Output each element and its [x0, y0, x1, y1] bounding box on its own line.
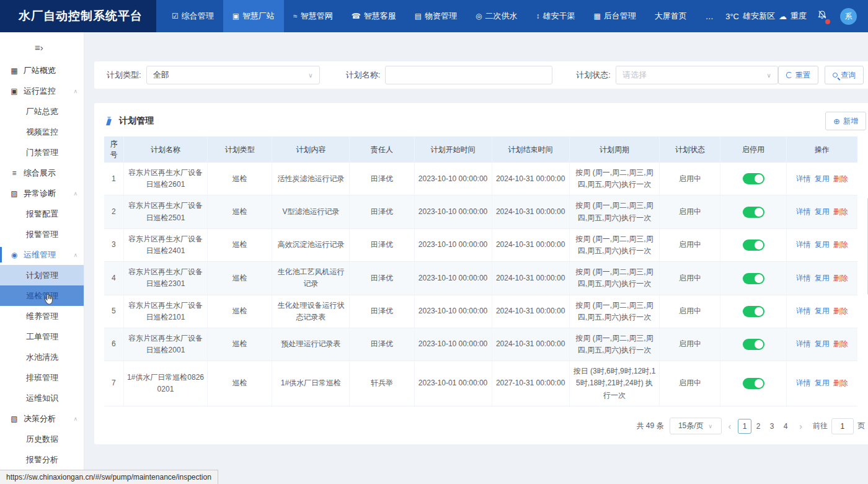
copy-link[interactable]: 复用: [815, 174, 830, 183]
plan-type-select[interactable]: 全部 ∨: [146, 66, 320, 84]
delete-link[interactable]: 删除: [833, 379, 848, 387]
next-page-button[interactable]: ›: [798, 421, 804, 431]
nav-item-label: 雄安干渠: [542, 11, 575, 22]
chevron-up-icon: ∧: [73, 416, 78, 422]
plan-status-select[interactable]: 请选择 ∨: [616, 66, 778, 84]
enable-toggle[interactable]: [743, 339, 764, 350]
sidebar-item-异常诊断[interactable]: ▨异常诊断∧: [0, 183, 84, 204]
sidebar-item-决策分析[interactable]: ▧决策分析∧: [0, 408, 84, 429]
copy-link[interactable]: 复用: [815, 339, 830, 348]
enable-cell: [720, 361, 786, 406]
enable-toggle[interactable]: [743, 378, 764, 389]
detail-link[interactable]: 详情: [796, 274, 811, 282]
page-number-2[interactable]: 2: [751, 419, 765, 434]
filter-buttons: 重置 查询: [778, 66, 864, 84]
main-menu: ☑综合管理▣智慧厂站≈智慧管网☎智慧客服▤物资管理◎二次供水↕雄安干渠▦后台管理…: [162, 0, 723, 32]
page-size-select[interactable]: 15条/页 ∨: [670, 418, 722, 434]
page-number-3[interactable]: 3: [765, 419, 779, 434]
sidebar-item-排班管理[interactable]: 排班管理: [0, 367, 84, 388]
enable-toggle[interactable]: [743, 207, 764, 218]
nav-item-物资管理[interactable]: ▤物资管理: [405, 0, 466, 32]
sidebar-item-门禁管理[interactable]: 门禁管理: [0, 142, 84, 163]
user-avatar[interactable]: 系: [840, 8, 857, 25]
enable-toggle[interactable]: [743, 173, 764, 184]
sidebar-item-label: 运维知识: [26, 393, 58, 404]
sidebar-item-视频监控[interactable]: 视频监控: [0, 122, 84, 142]
sidebar-item-报警分析[interactable]: 报警分析: [0, 449, 84, 470]
sidebar-item-综合展示[interactable]: ≡综合展示: [0, 163, 84, 183]
actions-cell: 详情复用删除: [786, 195, 857, 228]
detail-link[interactable]: 详情: [796, 379, 811, 387]
nav-item-综合管理[interactable]: ☑综合管理: [162, 0, 223, 32]
copy-link[interactable]: 复用: [815, 307, 830, 315]
start-time: 2023-10-10 00:00:00: [414, 262, 492, 295]
enable-cell: [720, 262, 786, 295]
copy-link[interactable]: 复用: [815, 379, 830, 387]
smart-plant-icon: ▣: [232, 12, 239, 20]
delete-link[interactable]: 删除: [833, 207, 848, 216]
nav-item-大屏首页[interactable]: 大屏首页: [645, 0, 696, 32]
plan-status: 启用中: [660, 228, 720, 261]
detail-link[interactable]: 详情: [796, 207, 811, 216]
sidebar-item-巡检管理[interactable]: 巡检管理: [0, 285, 84, 306]
delete-link[interactable]: 删除: [833, 339, 848, 348]
nav-item-…[interactable]: …: [696, 0, 723, 32]
copy-link[interactable]: 复用: [815, 240, 830, 249]
delete-link[interactable]: 删除: [833, 307, 848, 315]
detail-link[interactable]: 详情: [796, 240, 811, 249]
column-header-责任人: 责任人: [350, 137, 414, 163]
add-button[interactable]: ⊕ 新增: [825, 112, 866, 130]
nav-item-智慧客服[interactable]: ☎智慧客服: [342, 0, 405, 32]
nav-item-二次供水[interactable]: ◎二次供水: [466, 0, 526, 32]
copy-link[interactable]: 复用: [815, 274, 830, 282]
sidebar-item-运维知识[interactable]: 运维知识: [0, 388, 84, 408]
smart-pipeline-icon: ≈: [293, 12, 298, 20]
detail-link[interactable]: 详情: [796, 174, 811, 183]
row-index: 4: [104, 262, 123, 295]
plan-name-input[interactable]: [385, 66, 552, 84]
nav-item-智慧厂站[interactable]: ▣智慧厂站: [223, 0, 284, 32]
nav-item-智慧管网[interactable]: ≈智慧管网: [284, 0, 342, 32]
sidebar-collapse-icon[interactable]: ≡›: [0, 32, 84, 60]
sidebar-item-厂站总览[interactable]: 厂站总览: [0, 101, 84, 122]
sidebar-item-运行监控[interactable]: ▣运行监控∧: [0, 81, 84, 101]
sidebar-item-工单管理[interactable]: 工单管理: [0, 326, 84, 347]
prev-page-button[interactable]: ‹: [727, 421, 733, 431]
sidebar-item-label: 厂站总览: [26, 106, 58, 117]
nav-item-雄安干渠[interactable]: ↕雄安干渠: [526, 0, 584, 32]
detail-link[interactable]: 详情: [796, 307, 811, 315]
copy-link[interactable]: 复用: [815, 207, 830, 216]
table-row: 6容东片区再生水厂设备日巡检2001巡检预处理运行记录表田泽优2023-10-1…: [104, 328, 857, 361]
enable-toggle[interactable]: [743, 273, 764, 284]
sidebar-menu: ▦厂站概览▣运行监控∧厂站总览视频监控门禁管理≡综合展示▨异常诊断∧报警配置报警…: [0, 60, 84, 470]
query-button[interactable]: 查询: [825, 66, 864, 84]
sidebar-item-维养管理[interactable]: 维养管理: [0, 306, 84, 326]
sidebar-item-报警配置[interactable]: 报警配置: [0, 204, 84, 224]
enable-toggle[interactable]: [743, 240, 764, 251]
row-index: 7: [104, 361, 123, 406]
table-row: 5容东片区再生水厂设备日巡检2101巡检生化处理设备运行状态记录表田泽优2023…: [104, 295, 857, 328]
table-row: 1容东片区再生水厂设备日巡检2601巡检活性炭滤池运行记录田泽优2023-10-…: [104, 163, 857, 195]
reset-button[interactable]: 重置: [778, 66, 818, 84]
page-number-4[interactable]: 4: [779, 419, 792, 434]
start-time: 2023-10-10 00:00:00: [414, 228, 492, 261]
sidebar-item-报警管理[interactable]: 报警管理: [0, 224, 84, 244]
detail-link[interactable]: 详情: [796, 339, 811, 348]
goto-label: 前往: [813, 421, 828, 431]
sidebar-item-厂站概览[interactable]: ▦厂站概览: [0, 60, 84, 81]
sidebar-item-历史数据[interactable]: 历史数据: [0, 429, 84, 449]
delete-link[interactable]: 删除: [833, 240, 848, 249]
sidebar-item-计划管理[interactable]: 计划管理: [0, 265, 84, 285]
delete-link[interactable]: 删除: [833, 274, 848, 282]
notification-bell-button[interactable]: [817, 9, 830, 23]
mouse-hand-cursor-icon: [42, 293, 56, 307]
page-layout: ≡› ▦厂站概览▣运行监控∧厂站总览视频监控门禁管理≡综合展示▨异常诊断∧报警配…: [0, 32, 868, 484]
goto-page-input[interactable]: [831, 418, 854, 434]
sidebar-item-水池清洗[interactable]: 水池清洗: [0, 347, 84, 367]
page-number-1[interactable]: 1: [738, 419, 751, 434]
nav-item-后台管理[interactable]: ▦后台管理: [584, 0, 645, 32]
delete-link[interactable]: 删除: [833, 174, 848, 183]
sidebar-item-运维管理[interactable]: ◉运维管理∧: [0, 244, 84, 265]
plan-status: 启用中: [660, 163, 720, 195]
enable-toggle[interactable]: [743, 306, 764, 317]
